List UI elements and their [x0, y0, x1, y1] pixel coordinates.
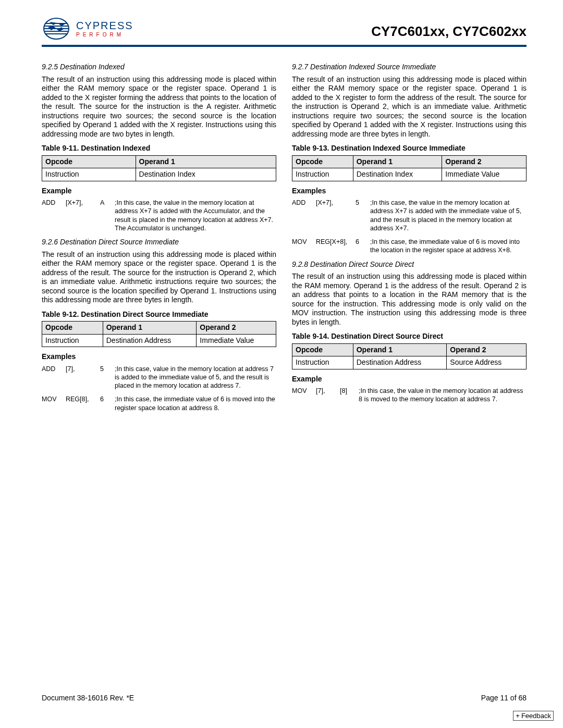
td-srcaddr: Source Address [447, 356, 527, 369]
ex-desc: ;In this case, the value in the memory l… [359, 387, 527, 404]
th-operand2: Operand 2 [197, 322, 276, 335]
example-label-925: Example [42, 187, 276, 196]
ex-operand2: 5 [356, 199, 370, 232]
ex-operand2: [8] [340, 387, 359, 404]
td-destindex: Destination Index [353, 168, 442, 181]
page-number: Page 11 of 68 [481, 694, 527, 702]
ex-operand1: [7], [316, 387, 340, 404]
ex-operand2: 6 [356, 238, 370, 255]
th-operand1: Operand 1 [353, 155, 442, 168]
section-body-925: The result of an instruction using this … [42, 75, 276, 139]
ex-operand2: 5 [100, 365, 115, 390]
table-913: Opcode Operand 1 Operand 2 Instruction D… [292, 155, 527, 181]
section-heading-928: 9.2.8 Destination Direct Source Direct [292, 260, 527, 269]
left-column: 9.2.5 Destination Indexed The result of … [42, 63, 276, 417]
example-row: MOV [7], [8] ;In this case, the value in… [292, 387, 527, 404]
td-destaddr: Destination Address [103, 334, 197, 347]
table-caption-913: Table 9-13. Destination Indexed Source I… [292, 144, 527, 153]
section-heading-927: 9.2.7 Destination Indexed Source Immedia… [292, 63, 527, 72]
page-footer: Document 38-16016 Rev. *E Page 11 of 68 [42, 694, 527, 702]
ex-mnemonic: MOV [292, 387, 316, 404]
right-column: 9.2.7 Destination Indexed Source Immedia… [292, 63, 527, 417]
td-instruction: Instruction [42, 168, 136, 181]
td-immval: Immediate Value [442, 168, 527, 181]
cypress-logo: CYPRESS PERFORM [42, 16, 133, 42]
section-body-928: The result of an instruction using this … [292, 272, 527, 327]
table-912: Opcode Operand 1 Operand 2 Instruction D… [42, 321, 276, 347]
ex-operand1: REG[X+8], [316, 238, 356, 255]
section-body-926: The result of an instruction using this … [42, 250, 276, 305]
example-label-928: Example [292, 375, 527, 384]
th-opcode: Opcode [42, 322, 103, 335]
logo-name: CYPRESS [76, 20, 133, 31]
page-header: CYPRESS PERFORM CY7C601xx, CY7C602xx [42, 16, 527, 47]
table-caption-914: Table 9-14. Destination Direct Source Di… [292, 332, 527, 341]
plus-icon: + [516, 712, 520, 720]
ex-operand1: [7], [66, 365, 100, 390]
td-immval: Immediate Value [197, 334, 276, 347]
example-row: ADD [X+7], 5 ;In this case, the value in… [292, 199, 527, 232]
ex-mnemonic: ADD [42, 365, 66, 390]
document-title: CY7C601xx, CY7C602xx [371, 23, 527, 42]
th-operand1: Operand 1 [103, 322, 197, 335]
globe-icon [42, 16, 73, 42]
ex-mnemonic: ADD [42, 199, 66, 232]
example-label-927: Examples [292, 187, 527, 196]
ex-desc: ;In this case, value in the memory locat… [115, 365, 276, 390]
ex-desc: ;In this case, the immediate value of 6 … [370, 238, 527, 255]
th-operand1: Operand 1 [136, 155, 276, 168]
example-row: MOV REG[8], 6 ;In this case, the immedia… [42, 395, 276, 412]
ex-desc: ;In this case, the immediate value of 6 … [115, 395, 276, 412]
feedback-button[interactable]: + Feedback [513, 711, 554, 721]
feedback-label: Feedback [521, 712, 551, 720]
logo-tagline: PERFORM [76, 32, 133, 38]
ex-operand1: [X+7], [316, 199, 356, 232]
td-instruction: Instruction [292, 168, 353, 181]
ex-operand2: 6 [100, 395, 115, 412]
ex-operand2: A [100, 199, 115, 232]
th-operand1: Operand 1 [353, 343, 447, 356]
ex-operand1: [X+7], [66, 199, 100, 232]
table-caption-912: Table 9-12. Destination Direct Source Im… [42, 310, 276, 319]
td-destindex: Destination Index [136, 168, 276, 181]
section-heading-926: 9.2.6 Destination Direct Source Immediat… [42, 238, 276, 247]
ex-operand1: REG[8], [66, 395, 100, 412]
ex-desc: ;In this case, the value in the memory l… [115, 199, 276, 232]
ex-desc: ;In this case, the value in the memory l… [370, 199, 527, 232]
example-label-926: Examples [42, 352, 276, 362]
th-operand2: Operand 2 [447, 343, 527, 356]
section-body-927: The result of an instruction using this … [292, 75, 527, 139]
td-instruction: Instruction [42, 334, 103, 347]
example-row: MOV REG[X+8], 6 ;In this case, the immed… [292, 238, 527, 255]
section-heading-925: 9.2.5 Destination Indexed [42, 63, 276, 72]
ex-mnemonic: ADD [292, 199, 316, 232]
table-caption-911: Table 9-11. Destination Indexed [42, 144, 276, 153]
td-instruction: Instruction [292, 356, 353, 369]
table-911: Opcode Operand 1 Instruction Destination… [42, 155, 276, 181]
th-opcode: Opcode [292, 343, 353, 356]
td-destaddr: Destination Address [353, 356, 447, 369]
ex-mnemonic: MOV [42, 395, 66, 412]
example-row: ADD [X+7], A ;In this case, the value in… [42, 199, 276, 232]
th-opcode: Opcode [42, 155, 136, 168]
doc-number: Document 38-16016 Rev. *E [42, 694, 134, 702]
ex-mnemonic: MOV [292, 238, 316, 255]
th-opcode: Opcode [292, 155, 353, 168]
table-914: Opcode Operand 1 Operand 2 Instruction D… [292, 343, 527, 369]
th-operand2: Operand 2 [442, 155, 527, 168]
example-row: ADD [7], 5 ;In this case, value in the m… [42, 365, 276, 390]
